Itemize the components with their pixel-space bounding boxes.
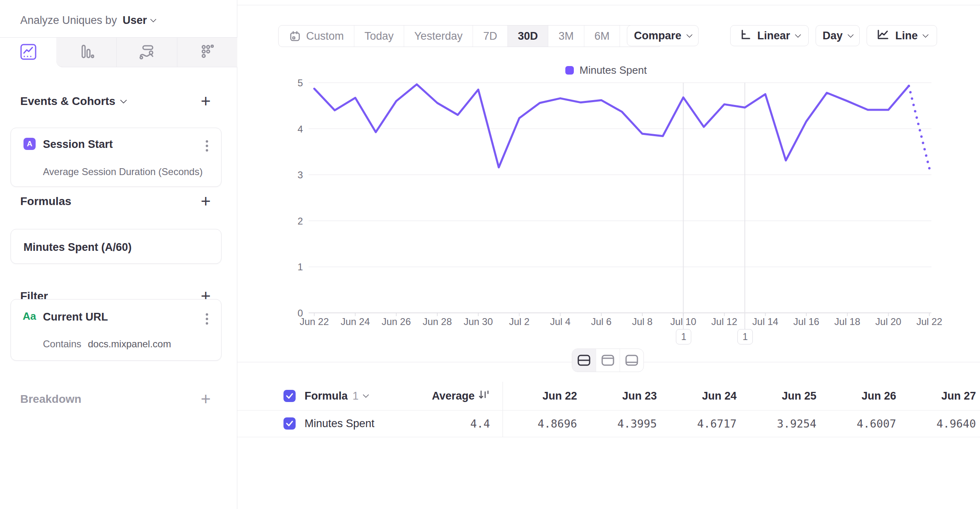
x-axis-tick-label: Jun 28 (423, 316, 452, 327)
report-tab-group (56, 38, 237, 67)
filter-card[interactable]: Aa Current URL Contains docs.mixpanel.co… (11, 299, 222, 361)
range-option-7d[interactable]: 7D (473, 26, 507, 47)
add-formula-button[interactable]: + (197, 192, 215, 210)
tab-retention-report[interactable] (177, 38, 237, 67)
breakdown-section-header: Breakdown (20, 390, 81, 408)
date-column-header[interactable]: Jun 26 (819, 382, 896, 410)
select-all-checkbox[interactable] (283, 390, 296, 402)
date-column-header[interactable]: Jun 23 (580, 382, 657, 410)
x-axis-tick-label: Jul 22 (916, 316, 942, 327)
dot-grid-icon (198, 43, 216, 62)
formula-name[interactable]: Minutes Spent (A/60) (23, 241, 132, 254)
y-axis-tick-label: 1 (298, 261, 303, 272)
date-column-header[interactable]: Jun 25 (739, 382, 816, 410)
range-option-today[interactable]: Today (354, 26, 404, 47)
chevron-down-icon (795, 31, 801, 38)
add-event-button[interactable]: + (197, 92, 215, 110)
chart-type-label: Line (895, 30, 918, 42)
x-axis-tick-label: Jul 12 (712, 316, 737, 327)
breakdown-section-title: Breakdown (20, 393, 81, 406)
date-column-header[interactable]: Jun 27 (899, 382, 976, 410)
chevron-down-icon (686, 31, 692, 38)
line-chart-icon (876, 28, 890, 44)
range-option-6m[interactable]: 6M (584, 26, 620, 47)
table-header-row: Formula 1 Average Jun 22Jun 23Jun 24Jun … (237, 382, 980, 411)
series-checkbox[interactable] (283, 417, 296, 430)
toggle-chart-and-table[interactable] (572, 349, 596, 372)
calendar-icon (289, 30, 301, 43)
y-axis-tick-label: 2 (298, 216, 303, 227)
x-axis-tick-label: Jul 16 (793, 316, 819, 327)
compare-button[interactable]: Compare (627, 25, 699, 46)
x-axis-tick-label: Jun 30 (464, 316, 493, 327)
formula-card[interactable]: Minutes Spent (A/60) (11, 229, 222, 264)
formula-group-dropdown[interactable]: Formula 1 (305, 390, 368, 402)
linear-axis-icon (739, 28, 752, 44)
x-axis-tick-label: Jul 14 (752, 316, 778, 327)
minutes-spent-line (314, 84, 909, 167)
x-axis-tick-label: Jul 6 (591, 316, 611, 327)
analyze-label: Analyze Uniques by (20, 14, 117, 27)
event-aggregation[interactable]: Average Session Duration (Seconds) (43, 166, 202, 178)
formula-group-label: Formula (305, 390, 348, 402)
event-card[interactable]: A Session Start Average Session Duration… (11, 128, 222, 187)
range-option-30d[interactable]: 30D (507, 26, 548, 47)
table-data-row: Minutes Spent 4.4 4.86964.39954.67173.92… (237, 410, 980, 437)
y-axis-tick-label: 4 (298, 124, 303, 135)
view-toggle-group (572, 349, 644, 372)
filter-property[interactable]: Current URL (43, 311, 108, 323)
tab-flows-report[interactable] (116, 38, 177, 67)
toggle-chart-only[interactable] (596, 349, 620, 372)
range-option-label: 3M (558, 30, 574, 43)
granularity-button[interactable]: Day (816, 25, 860, 46)
table-value-cell: 4.6717 (660, 410, 737, 437)
x-axis-tick-label: Jul 20 (876, 316, 901, 327)
table-value-cell: 4.3995 (580, 410, 657, 437)
annotation-marker[interactable]: 1 (676, 329, 691, 344)
range-option-custom[interactable]: Custom (279, 26, 354, 47)
range-option-label: 7D (483, 30, 497, 43)
series-average-value: 4.4 (429, 410, 490, 437)
add-breakdown-button[interactable]: + (197, 390, 215, 408)
analyze-by-dropdown[interactable]: User (123, 14, 147, 27)
range-option-3m[interactable]: 3M (548, 26, 584, 47)
table-value-cell: 3.9254 (739, 410, 816, 437)
toggle-table-only[interactable] (620, 349, 643, 372)
y-axis-tick-label: 5 (298, 77, 303, 88)
chevron-down-icon (362, 391, 369, 398)
filter-kebab-menu[interactable] (204, 312, 210, 326)
x-axis-tick-label: Jun 22 (300, 316, 329, 327)
annotation-marker[interactable]: 1 (737, 329, 753, 344)
range-option-label: 6M (594, 30, 610, 43)
x-axis-tick-label: Jul 8 (632, 316, 653, 327)
event-kebab-menu[interactable] (204, 139, 210, 153)
line-chart: 012345Jun 22Jun 24Jun 26Jun 28Jun 30Jul … (237, 57, 980, 357)
analyze-uniques-row: Analyze Uniques by User (20, 12, 156, 28)
formulas-section-title: Formulas (20, 195, 71, 208)
filter-value[interactable]: docs.mixpanel.com (88, 338, 171, 350)
event-name[interactable]: Session Start (43, 138, 113, 151)
date-column-header[interactable]: Jun 24 (660, 382, 737, 410)
date-column-header[interactable]: Jun 22 (500, 382, 577, 410)
events-section-title: Events & Cohorts (20, 95, 115, 108)
scale-label: Linear (757, 30, 790, 42)
x-axis-tick-label: Jun 26 (381, 316, 411, 327)
formulas-section-header: Formulas (20, 192, 71, 210)
chevron-down-icon (847, 31, 854, 38)
range-option-yesterday[interactable]: Yesterday (404, 26, 473, 47)
range-option-label: Yesterday (414, 30, 462, 43)
filter-operator[interactable]: Contains (43, 338, 81, 350)
table-value-cell: 4.6007 (819, 410, 896, 437)
chart-type-button[interactable]: Line (867, 25, 937, 46)
average-column-header[interactable]: Average (405, 382, 490, 410)
chevron-down-icon[interactable] (120, 97, 127, 104)
date-range-selector: CustomTodayYesterday7D30D3M6M12M (278, 25, 662, 47)
x-axis-tick-label: Jul 18 (834, 316, 860, 327)
tab-bar-report[interactable] (56, 38, 116, 67)
scale-button[interactable]: Linear (730, 25, 809, 46)
tab-insights[interactable] (0, 38, 56, 67)
chevron-down-icon (150, 16, 156, 22)
granularity-label: Day (822, 30, 843, 42)
x-axis-tick-label: Jul 10 (670, 316, 696, 327)
chevron-down-icon (922, 31, 929, 38)
